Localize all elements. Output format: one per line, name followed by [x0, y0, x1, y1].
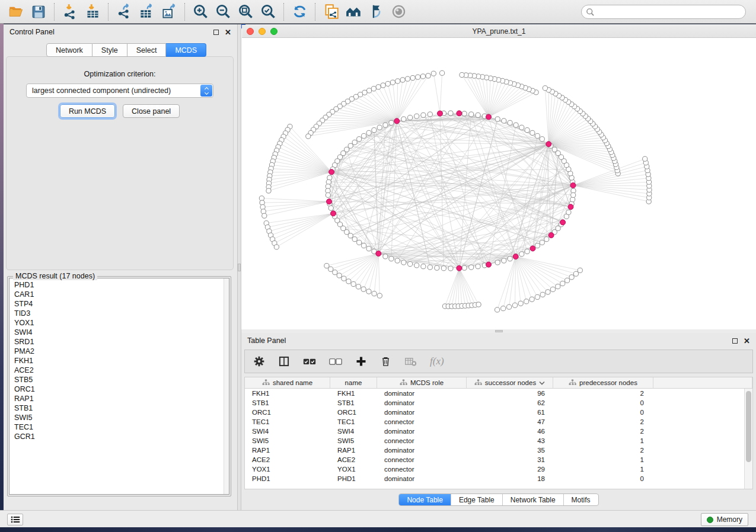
leaf-node[interactable] — [306, 134, 311, 139]
leaf-node[interactable] — [550, 287, 555, 291]
mcds-list-scrollbar[interactable] — [224, 278, 229, 494]
leaf-node[interactable] — [578, 268, 582, 273]
clone-network-button[interactable] — [320, 2, 342, 22]
ring-node[interactable] — [448, 266, 453, 271]
table-cell[interactable]: dominator — [377, 399, 467, 406]
ring-node[interactable] — [525, 128, 529, 133]
leaf-node[interactable] — [416, 75, 420, 79]
ring-node[interactable] — [383, 123, 388, 127]
mcds-hub-node[interactable] — [457, 265, 462, 271]
table-scrollbar[interactable] — [744, 389, 752, 489]
show-graphics-details-button[interactable] — [387, 2, 410, 22]
optimization-criterion-select[interactable]: largest connected component (undirected) — [26, 84, 213, 98]
leaf-node[interactable] — [346, 279, 351, 284]
network-canvas[interactable] — [241, 38, 756, 329]
ring-node[interactable] — [344, 230, 349, 235]
delete-column-button[interactable] — [380, 355, 391, 367]
tab-node-table[interactable]: Node Table — [399, 494, 451, 505]
ring-node[interactable] — [441, 266, 446, 271]
leaf-node[interactable] — [431, 71, 436, 76]
ring-node[interactable] — [348, 233, 353, 238]
divider-grip[interactable] — [238, 264, 241, 271]
ring-node[interactable] — [421, 264, 426, 269]
ring-node[interactable] — [401, 117, 406, 121]
table-row[interactable]: SWI5SWI5connector431 — [245, 436, 744, 446]
mcds-result-item[interactable]: ACE2 — [14, 366, 229, 375]
tab-mcds[interactable]: MCDS — [166, 43, 206, 57]
leaf-node[interactable] — [385, 81, 390, 86]
ring-node[interactable] — [552, 147, 557, 152]
mcds-hub-node[interactable] — [548, 233, 554, 238]
table-cell[interactable]: dominator — [377, 475, 467, 482]
ring-node[interactable] — [530, 130, 535, 135]
leaf-node[interactable] — [420, 74, 425, 79]
apply-layout-button[interactable] — [288, 2, 311, 22]
ring-node[interactable] — [408, 262, 413, 267]
mcds-result-item[interactable]: SWI5 — [14, 413, 229, 422]
table-cell[interactable]: PHD1 — [330, 475, 377, 482]
table-cell[interactable]: FKH1 — [245, 390, 330, 397]
leaf-node[interactable] — [573, 271, 578, 276]
mcds-result-item[interactable]: PMA2 — [14, 347, 229, 356]
column-header-name[interactable]: name — [330, 377, 377, 388]
mcds-result-item[interactable]: PHD1 — [14, 280, 229, 290]
mcds-hub-node[interactable] — [327, 199, 332, 204]
ring-node[interactable] — [571, 193, 576, 197]
table-cell[interactable]: connector — [377, 466, 467, 473]
table-cell[interactable]: STB1 — [245, 399, 330, 406]
leaf-node[interactable] — [565, 278, 570, 283]
mcds-hub-node[interactable] — [546, 142, 551, 147]
leaf-node[interactable] — [266, 188, 271, 193]
mcds-result-item[interactable]: GCR1 — [14, 432, 229, 441]
leaf-node[interactable] — [333, 270, 337, 275]
ring-node[interactable] — [377, 125, 382, 130]
leaf-node[interactable] — [342, 276, 346, 281]
vertical-split-divider[interactable] — [237, 24, 241, 510]
mcds-result-item[interactable]: STB5 — [14, 375, 229, 384]
mcds-result-item[interactable]: SRD1 — [14, 337, 229, 347]
table-row[interactable]: RAP1RAP1dominator352 — [245, 446, 744, 455]
table-cell[interactable]: dominator — [377, 447, 467, 454]
ring-node[interactable] — [428, 112, 432, 117]
ring-node[interactable] — [566, 210, 571, 214]
ring-node[interactable] — [366, 246, 371, 251]
ring-node[interactable] — [513, 123, 518, 127]
table-row[interactable]: PHD1PHD1dominator180 — [245, 474, 744, 483]
column-header-successor-nodes[interactable]: successor nodes — [467, 377, 553, 388]
add-column-button[interactable] — [355, 355, 367, 367]
select-all-button[interactable] — [303, 357, 316, 366]
ring-node[interactable] — [357, 137, 362, 142]
table-cell[interactable]: 96 — [467, 390, 553, 397]
ring-node[interactable] — [352, 237, 357, 242]
table-cell[interactable]: 62 — [467, 399, 553, 406]
table-cell[interactable]: 1 — [553, 456, 653, 463]
table-cell[interactable]: ACE2 — [330, 456, 377, 463]
table-cell[interactable]: SWI4 — [245, 428, 330, 435]
mcds-hub-node[interactable] — [486, 114, 492, 120]
table-cell[interactable]: SWI5 — [245, 437, 330, 444]
leaf-node[interactable] — [366, 289, 371, 294]
table-cell[interactable]: 0 — [553, 475, 653, 482]
leaf-node[interactable] — [512, 303, 517, 307]
ring-node[interactable] — [462, 111, 467, 116]
task-history-button[interactable] — [7, 514, 23, 525]
leaf-node[interactable] — [328, 267, 333, 271]
ring-node[interactable] — [357, 240, 362, 245]
ring-node[interactable] — [502, 118, 506, 123]
ring-node[interactable] — [389, 120, 394, 125]
leaf-node[interactable] — [460, 72, 464, 77]
ring-node[interactable] — [352, 140, 357, 145]
tab-network-table[interactable]: Network Table — [502, 494, 563, 505]
mcds-result-list[interactable]: PHD1CAR1STP4TID3YOX1SWI4SRD1PMA2FKH1ACE2… — [9, 278, 229, 495]
import-table-button[interactable] — [81, 2, 104, 22]
leaf-node[interactable] — [524, 299, 529, 304]
leaf-node[interactable] — [261, 209, 266, 214]
table-row[interactable]: ACE2ACE2connector311 — [245, 455, 744, 464]
table-cell[interactable]: ORC1 — [245, 409, 330, 416]
ring-node[interactable] — [495, 117, 500, 121]
zoom-out-button[interactable] — [212, 2, 234, 22]
ring-node[interactable] — [508, 257, 512, 261]
table-cell[interactable]: 46 — [467, 428, 553, 435]
leaf-node[interactable] — [274, 245, 279, 249]
hide-graphics-details-button[interactable] — [365, 2, 387, 22]
